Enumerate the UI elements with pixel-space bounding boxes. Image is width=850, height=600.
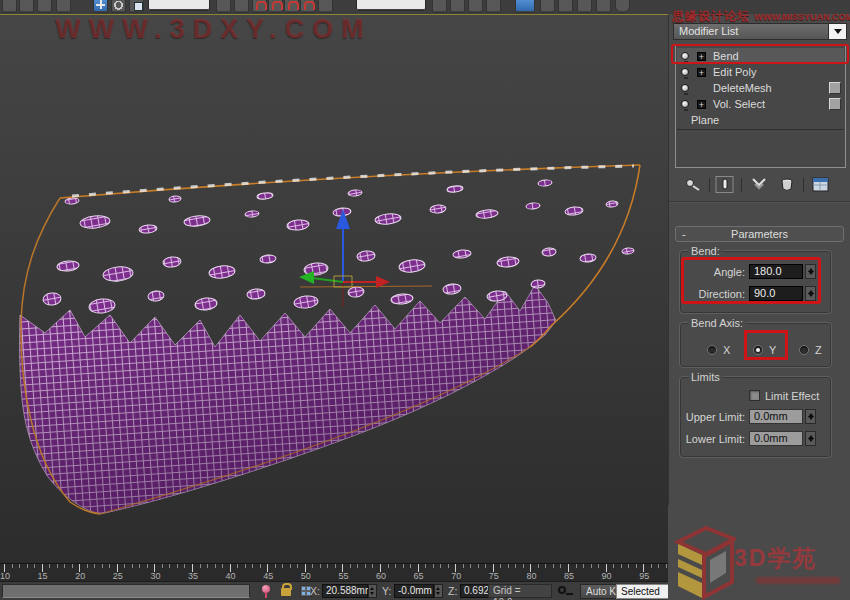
selection-filter-icon[interactable] bbox=[56, 0, 71, 13]
set-key-icon[interactable] bbox=[558, 586, 566, 594]
timeline-frame-label: 80 bbox=[526, 571, 536, 581]
selection-lock-icon[interactable] bbox=[281, 588, 291, 596]
timeline-frame-label: 65 bbox=[414, 571, 424, 581]
configure-modifier-sets-icon[interactable] bbox=[811, 176, 833, 194]
modifier-label: Edit Poly bbox=[713, 64, 756, 80]
snap-toggle-icon[interactable] bbox=[252, 0, 267, 13]
axis-x-radio[interactable] bbox=[707, 345, 717, 355]
axis-z-radio[interactable] bbox=[799, 345, 809, 355]
rendered-frame-window-icon[interactable] bbox=[596, 0, 611, 13]
limit-effect-checkbox[interactable] bbox=[749, 390, 760, 401]
layer-manager-icon[interactable] bbox=[468, 0, 483, 13]
logo-text: 3D学苑 bbox=[734, 543, 817, 574]
render-production-icon[interactable] bbox=[615, 0, 630, 13]
watermark-missyuan-cn: 思缘设计论坛 bbox=[672, 9, 750, 23]
window-crossing-icon[interactable] bbox=[37, 0, 52, 13]
timeline-ruler[interactable]: 101520253035404550556065707580859095 bbox=[0, 563, 672, 581]
dropdown-arrow-icon[interactable] bbox=[828, 24, 846, 39]
selection-set-dropdown[interactable]: Selected bbox=[616, 584, 672, 599]
y-coordinate-field[interactable]: -0.0mm bbox=[394, 584, 434, 598]
timeline-frame-label: 10 bbox=[0, 571, 10, 581]
limits-group: Limits Limit Effect Upper Limit: 0.0mm L… bbox=[680, 377, 831, 457]
lower-limit-field[interactable]: 0.0mm bbox=[749, 431, 803, 446]
parameters-rollout-header[interactable]: - Parameters bbox=[675, 226, 844, 242]
gizmo-y-axis[interactable] bbox=[312, 278, 343, 282]
modifier-list-dropdown[interactable]: Modifier List bbox=[673, 23, 847, 40]
upper-limit-field[interactable]: 0.0mm bbox=[749, 409, 803, 424]
stack-row-deletemesh[interactable]: DeleteMesh bbox=[677, 80, 844, 96]
stack-row-vol-select[interactable]: + Vol. Select bbox=[677, 96, 844, 112]
spinner-snap-icon[interactable] bbox=[300, 0, 315, 13]
timeline-frame-label: 85 bbox=[564, 571, 574, 581]
modifier-onoff-bulb-icon[interactable] bbox=[681, 84, 689, 92]
angle-snap-icon[interactable] bbox=[268, 0, 283, 13]
viewport-canvas bbox=[0, 15, 668, 563]
3dsmax-window: WWW.3DXY.COM 思缘设计论坛 WWW.MISSYUAN.COM Mod… bbox=[0, 0, 850, 600]
graphite-ribbon-icon[interactable] bbox=[486, 0, 501, 13]
percent-snap-icon[interactable] bbox=[284, 0, 299, 13]
timeline-frame-label: 35 bbox=[188, 571, 198, 581]
timeline-frame-label: 75 bbox=[489, 571, 499, 581]
named-selection-dropdown[interactable] bbox=[356, 0, 426, 11]
rectangular-selection-region-icon[interactable] bbox=[19, 0, 34, 13]
use-center-icon[interactable] bbox=[216, 0, 231, 13]
align-icon[interactable] bbox=[450, 0, 465, 13]
timeline-frame-label: 95 bbox=[639, 571, 649, 581]
y-spinner[interactable] bbox=[434, 584, 443, 598]
x-coordinate-field[interactable]: 20.588mm bbox=[322, 584, 368, 598]
bend-group-label: Bend: bbox=[688, 245, 723, 257]
watermark-3d-school-logo: 3D学苑 bbox=[668, 505, 850, 600]
modifier-onoff-bulb-icon[interactable] bbox=[681, 68, 689, 76]
reference-coordinate-dropdown[interactable] bbox=[148, 0, 210, 11]
edit-named-selections-icon[interactable] bbox=[318, 0, 333, 13]
upper-limit-spinner[interactable] bbox=[805, 409, 816, 424]
logo-cube-icon bbox=[674, 510, 736, 600]
logo-subtext bbox=[756, 577, 840, 584]
limits-group-label: Limits bbox=[688, 371, 723, 383]
schematic-view-icon[interactable] bbox=[540, 0, 555, 13]
pin-stack-icon[interactable] bbox=[683, 176, 705, 194]
base-object-label: Plane bbox=[691, 112, 719, 128]
x-spinner[interactable] bbox=[368, 584, 377, 598]
material-editor-icon[interactable] bbox=[558, 0, 573, 13]
watermark-missyuan: 思缘设计论坛 WWW.MISSYUAN.COM bbox=[672, 6, 850, 25]
stack-row-edit-poly[interactable]: + Edit Poly bbox=[677, 64, 844, 80]
show-end-result-icon[interactable] bbox=[715, 176, 737, 194]
modifier-onoff-bulb-icon[interactable] bbox=[681, 100, 689, 108]
modifier-square-button[interactable] bbox=[829, 82, 841, 94]
prompt-line bbox=[2, 584, 250, 598]
make-unique-icon[interactable] bbox=[749, 176, 771, 194]
select-and-rotate-icon[interactable] bbox=[111, 0, 126, 13]
select-and-scale-icon[interactable] bbox=[129, 0, 144, 13]
mirror-icon[interactable] bbox=[432, 0, 447, 13]
timeline-frame-label: 40 bbox=[226, 571, 236, 581]
lower-limit-spinner[interactable] bbox=[805, 431, 816, 446]
stack-row-plane[interactable]: Plane bbox=[677, 112, 844, 128]
collapse-icon[interactable]: - bbox=[682, 227, 686, 241]
timeline-frame-label: 15 bbox=[38, 571, 48, 581]
y-coordinate-label: Y: bbox=[382, 585, 391, 597]
grid-size-display: Grid = 10.0mm bbox=[488, 584, 552, 598]
timeline-frame-label: 45 bbox=[263, 571, 273, 581]
select-object-icon[interactable] bbox=[2, 0, 17, 13]
axis-x-label: X bbox=[723, 342, 730, 358]
perspective-viewport[interactable] bbox=[0, 15, 668, 563]
status-bar: X: 20.588mm Y: -0.0mm Z: 0.692mm Grid = … bbox=[0, 581, 672, 600]
select-and-manipulate-icon[interactable] bbox=[234, 0, 249, 13]
z-coordinate-label: Z: bbox=[448, 585, 457, 597]
keyboard-override-icon[interactable] bbox=[262, 585, 270, 593]
annotation-box-axis-y bbox=[744, 330, 788, 360]
render-setup-icon[interactable] bbox=[577, 0, 592, 13]
expand-plus-icon[interactable]: + bbox=[697, 68, 706, 77]
bent-plane-object[interactable] bbox=[20, 165, 640, 514]
modifier-square-button[interactable] bbox=[829, 98, 841, 110]
curve-editor-icon[interactable] bbox=[515, 0, 535, 13]
mesh-shading bbox=[20, 285, 556, 514]
remove-modifier-icon[interactable] bbox=[777, 176, 799, 194]
bend-axis-group-label: Bend Axis: bbox=[688, 317, 746, 329]
annotation-box-angle-direction bbox=[681, 257, 821, 304]
expand-plus-icon[interactable]: + bbox=[697, 100, 706, 109]
watermark-3dxy: WWW.3DXY.COM bbox=[55, 14, 372, 45]
timeline-frame-label: 90 bbox=[602, 571, 612, 581]
select-and-move-icon[interactable] bbox=[93, 0, 108, 13]
